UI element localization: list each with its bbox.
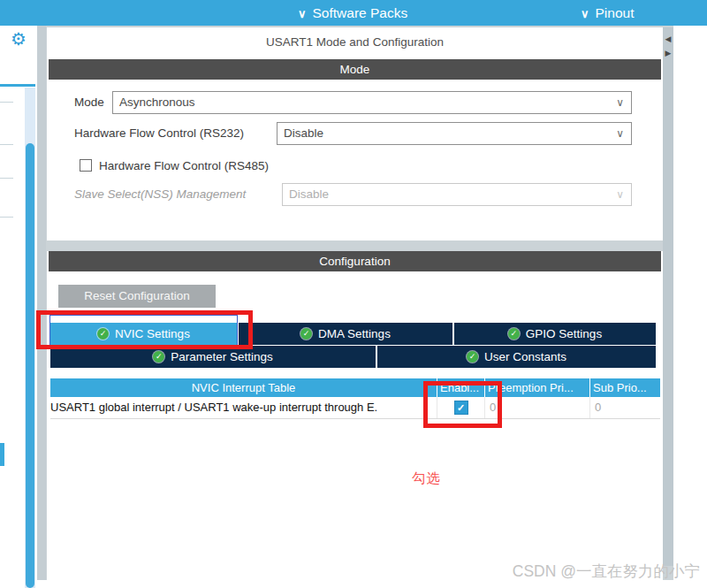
menu-pinout-label: Pinout: [596, 5, 635, 20]
reset-configuration-button[interactable]: Reset Configuration: [58, 285, 216, 308]
tab-label: Parameter Settings: [171, 350, 273, 363]
chevron-down-icon: ∨: [298, 7, 307, 20]
annotation-box-nvic-tab: [36, 310, 253, 349]
mode-select-value: Asynchronous: [119, 92, 195, 113]
column-header-sub-priority: Sub Prio...: [590, 378, 660, 397]
right-margin: [673, 26, 707, 588]
tab-user-constants[interactable]: ✓ User Constants: [377, 346, 656, 368]
nss-select-value: Disable: [289, 184, 329, 205]
chevron-down-icon: ∨: [581, 7, 589, 20]
watermark: CSDN @一直在努力的小宁: [513, 561, 700, 582]
sidebar-divider: [0, 144, 13, 145]
mode-label: Mode: [74, 95, 104, 109]
tab-label: User Constants: [484, 350, 566, 363]
collapse-right-icon[interactable]: ▶: [663, 47, 673, 59]
chevron-down-icon: ∨: [616, 92, 624, 113]
chevron-down-icon: ∨: [616, 123, 624, 144]
table-row: USART1 global interrupt / USART1 wake-up…: [50, 397, 660, 419]
right-scrollbar[interactable]: ◀ ▶: [663, 27, 673, 566]
panel-divider-strip: [37, 26, 46, 580]
collapse-left-icon[interactable]: ◀: [663, 33, 673, 45]
rs232-label: Hardware Flow Control (RS232): [74, 126, 244, 140]
sidebar-scrollbar-thumb[interactable]: [26, 143, 34, 588]
annotation-box-enable-checkbox: [423, 381, 502, 428]
nss-label: Slave Select(NSS) Management: [74, 187, 246, 201]
check-circle-icon: ✓: [300, 328, 312, 340]
interrupt-name-cell: USART1 global interrupt / USART1 wake-up…: [50, 397, 437, 418]
chevron-down-icon: ∨: [616, 184, 624, 205]
menu-pinout[interactable]: ∨Pinout: [581, 0, 634, 26]
rs232-select[interactable]: Disable ∨: [277, 122, 632, 145]
rs485-checkbox[interactable]: [80, 159, 92, 172]
sidebar-selection-marker: [0, 443, 4, 466]
panel-title: USART1 Mode and Configuration: [47, 35, 663, 49]
sub-priority-cell: 0: [590, 397, 660, 418]
column-header-interrupt: NVIC Interrupt Table: [50, 378, 437, 397]
menu-software-packs-label: Software Packs: [313, 5, 408, 20]
mode-section-header: Mode: [49, 59, 661, 80]
app-window: ∨Software Packs ∨Pinout ⚙ ◀ ▶ USART1 Mod…: [0, 0, 707, 588]
rs485-label: Hardware Flow Control (RS485): [99, 159, 269, 172]
sidebar-divider: [0, 178, 13, 179]
tab-label: DMA Settings: [318, 327, 391, 340]
mode-select[interactable]: Asynchronous ∨: [112, 91, 632, 114]
gear-icon[interactable]: ⚙: [11, 29, 27, 49]
rs232-select-value: Disable: [284, 123, 323, 144]
check-circle-icon: ✓: [508, 328, 520, 340]
configuration-section-header: Configuration: [49, 251, 661, 271]
check-circle-icon: ✓: [467, 351, 478, 363]
sidebar-accent-line: [0, 84, 35, 87]
nss-select: Disable ∨: [282, 183, 632, 206]
sidebar-divider: [0, 217, 13, 218]
annotation-check-hint: 勾选: [412, 470, 441, 488]
tab-dma-settings[interactable]: ✓ DMA Settings: [239, 323, 452, 345]
check-circle-icon: ✓: [153, 351, 164, 363]
menu-software-packs[interactable]: ∨Software Packs: [298, 0, 407, 26]
nvic-interrupt-table: NVIC Interrupt Table Enabl... Preemption…: [50, 378, 660, 419]
sidebar-divider: [0, 102, 13, 103]
tab-label: GPIO Settings: [526, 327, 602, 340]
tab-gpio-settings[interactable]: ✓ GPIO Settings: [454, 323, 656, 345]
top-menu-bar: ∨Software Packs ∨Pinout: [0, 0, 707, 26]
table-header-row: NVIC Interrupt Table Enabl... Preemption…: [50, 378, 660, 397]
